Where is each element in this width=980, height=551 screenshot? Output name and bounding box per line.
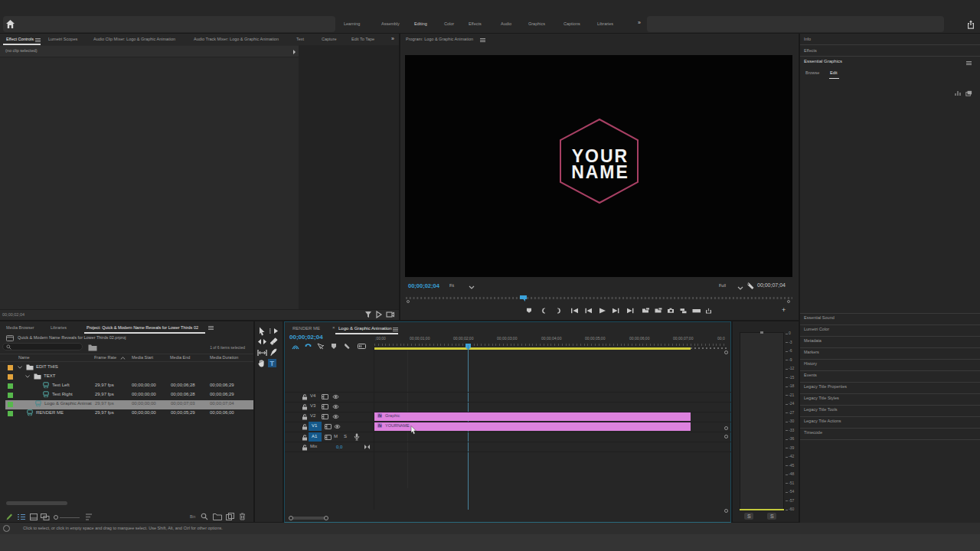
svg-text:NAME: NAME (571, 162, 629, 182)
